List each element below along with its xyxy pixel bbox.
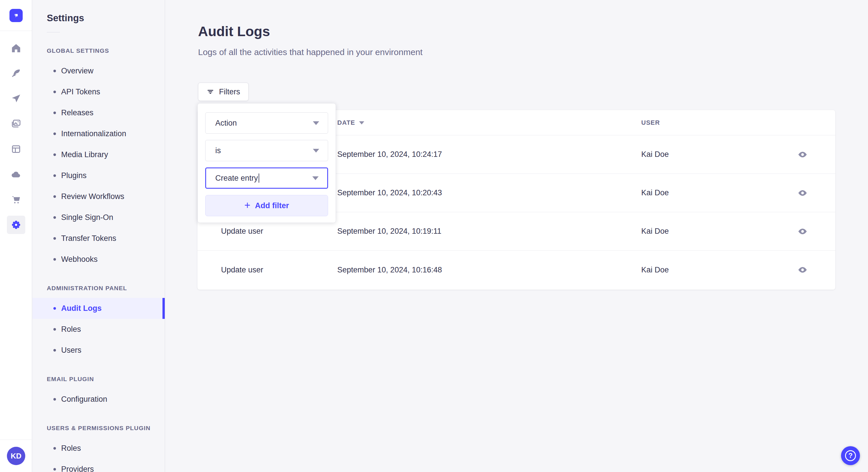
home-icon[interactable] [7, 39, 25, 57]
sidebar-item-users[interactable]: Users [32, 340, 165, 361]
page-title: Audit Logs [198, 24, 270, 39]
sidebar-item-overview[interactable]: Overview [32, 61, 165, 81]
filters-button[interactable]: Filters [198, 82, 249, 101]
cell-date: September 10, 2024, 10:24:17 [337, 135, 442, 173]
column-header-user: USER [641, 110, 660, 135]
bullet-icon [53, 349, 56, 351]
bullet-icon [53, 111, 56, 114]
sidebar-item-review-workflows[interactable]: Review Workflows [32, 186, 165, 207]
icon-rail: KD [0, 0, 32, 472]
main-content: Audit Logs Logs of all the activities th… [165, 0, 868, 472]
rail-divider [0, 31, 32, 31]
bullet-icon [53, 398, 56, 401]
sidebar-item-transfer-tokens[interactable]: Transfer Tokens [32, 228, 165, 249]
bullet-icon [53, 174, 56, 177]
sidebar-item-releases[interactable]: Releases [32, 102, 165, 123]
eye-icon [797, 226, 808, 237]
column-header-date[interactable]: DATE [337, 110, 364, 135]
cell-user: Kai Doe [641, 174, 669, 212]
plus-icon: + [244, 200, 250, 210]
filters-button-label: Filters [219, 88, 240, 96]
cell-action: Update user [221, 250, 263, 289]
sidebar-item-single-sign-on[interactable]: Single Sign-On [32, 207, 165, 228]
sidebar-item-media-library[interactable]: Media Library [32, 144, 165, 165]
strapi-logo[interactable] [9, 9, 23, 22]
question-mark-icon: ? [845, 450, 856, 461]
bullet-icon [53, 133, 56, 135]
rail-footer: KD [0, 440, 32, 472]
cell-date: September 10, 2024, 10:20:43 [337, 174, 442, 212]
cart-icon[interactable] [7, 191, 25, 209]
sidebar-item-audit-logs[interactable]: Audit Logs [32, 298, 165, 319]
bullet-icon [53, 70, 56, 72]
sidebar-item-internationalization[interactable]: Internationalization [32, 123, 165, 144]
filter-value-combobox[interactable]: Create entry [205, 167, 328, 189]
sidebar-item-plugins[interactable]: Plugins [32, 165, 165, 186]
cell-date: September 10, 2024, 10:19:11 [337, 212, 441, 250]
filter-icon [206, 88, 214, 96]
section-label-email-plugin: EMAIL PLUGIN [47, 376, 165, 382]
filter-operator-select[interactable]: is [205, 140, 328, 161]
text-cursor [259, 173, 259, 183]
eye-icon [797, 149, 808, 160]
section-label-global-settings: GLOBAL SETTINGS [47, 47, 165, 54]
bullet-icon [53, 468, 56, 471]
subnav-divider [47, 32, 60, 32]
bullet-icon [53, 154, 56, 156]
layout-icon[interactable] [7, 140, 25, 158]
feather-icon[interactable] [7, 64, 25, 82]
sidebar-item-admin-roles[interactable]: Roles [32, 319, 165, 340]
cell-user: Kai Doe [641, 250, 669, 289]
filter-popover: Action is Create entry + Add filter [197, 103, 336, 223]
view-log-button[interactable] [792, 212, 813, 250]
bullet-icon [53, 328, 56, 331]
bullet-icon [53, 447, 56, 450]
settings-gear-icon[interactable] [7, 216, 25, 234]
page-subtitle: Logs of all the activities that happened… [198, 47, 423, 57]
help-button[interactable]: ? [841, 446, 860, 465]
cell-user: Kai Doe [641, 212, 669, 250]
section-label-users-permissions-plugin: USERS & PERMISSIONS PLUGIN [47, 425, 165, 432]
sidebar-item-configuration[interactable]: Configuration [32, 389, 165, 410]
sidebar-item-providers[interactable]: Providers [32, 459, 165, 472]
bullet-icon [53, 237, 56, 240]
view-log-button[interactable] [792, 250, 813, 289]
subnav-title: Settings [47, 12, 165, 24]
user-avatar[interactable]: KD [7, 447, 25, 465]
bullet-icon [53, 91, 56, 93]
cloud-icon[interactable] [7, 165, 25, 183]
view-log-button[interactable] [792, 135, 813, 173]
media-library-icon[interactable] [7, 115, 25, 133]
sidebar-item-up-roles[interactable]: Roles [32, 438, 165, 459]
chevron-down-icon [313, 149, 319, 153]
add-filter-button[interactable]: + Add filter [205, 195, 328, 216]
view-log-button[interactable] [792, 174, 813, 212]
eye-icon [797, 188, 808, 198]
chevron-down-icon [312, 176, 319, 180]
chevron-down-icon [313, 121, 319, 125]
bullet-icon [53, 258, 56, 261]
table-row: Update user September 10, 2024, 10:16:48… [197, 250, 835, 289]
strapi-admin-app: KD Settings GLOBAL SETTINGS Overview API… [0, 0, 868, 472]
filter-field-select[interactable]: Action [205, 112, 328, 134]
bullet-icon [53, 307, 56, 310]
strapi-logo-icon [12, 11, 20, 20]
sort-desc-icon [359, 121, 364, 125]
bullet-icon [53, 195, 56, 198]
bullet-icon [53, 216, 56, 219]
sidebar-item-webhooks[interactable]: Webhooks [32, 249, 165, 270]
cell-user: Kai Doe [641, 135, 669, 173]
send-icon[interactable] [7, 90, 25, 108]
eye-icon [797, 264, 808, 275]
section-label-administration-panel: ADMINISTRATION PANEL [47, 285, 165, 292]
settings-subnav: Settings GLOBAL SETTINGS Overview API To… [32, 0, 165, 472]
sidebar-item-api-tokens[interactable]: API Tokens [32, 81, 165, 102]
cell-date: September 10, 2024, 10:16:48 [337, 250, 442, 289]
